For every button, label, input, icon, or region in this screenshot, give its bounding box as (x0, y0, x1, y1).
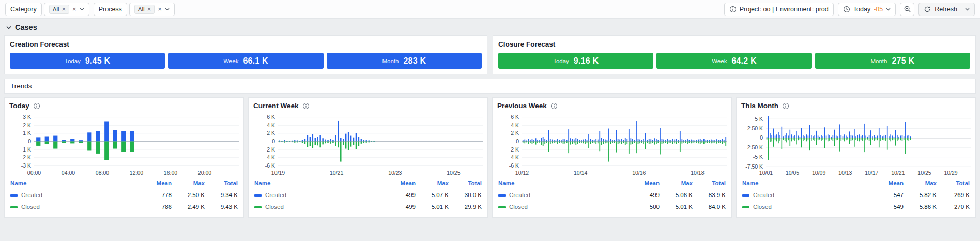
info-icon (729, 6, 737, 13)
svg-text:0: 0 (28, 138, 31, 144)
col-name[interactable]: Name (741, 178, 871, 189)
stat-value: 275 K (892, 56, 914, 66)
series-total: 269 K (938, 189, 971, 201)
svg-text:0: 0 (760, 134, 763, 141)
svg-text:2 K: 2 K (267, 130, 275, 136)
svg-text:2 K: 2 K (511, 130, 519, 136)
svg-text:-2 K: -2 K (509, 146, 519, 153)
clock-icon (843, 6, 850, 13)
creation-forecast-month[interactable]: Month 283 K (327, 53, 482, 69)
col-max[interactable]: Max (417, 178, 450, 189)
info-icon[interactable] (550, 102, 558, 110)
legend-row-created: Created 778 2.50 K 9.34 K (9, 189, 239, 201)
remove-tag-icon[interactable]: × (62, 6, 66, 12)
col-name[interactable]: Name (497, 178, 627, 189)
trend-card-previous-week: Previous Week 6 K4 K2 K0-2 K-4 K-6 K10/1… (492, 97, 732, 218)
col-mean[interactable]: Mean (140, 178, 173, 189)
trend-chart-today: 3 K2 K1 K0-1 K-2 K-3 K00:0004:0008:0012:… (9, 111, 241, 176)
col-mean[interactable]: Mean (627, 178, 661, 189)
legend-table: Name Mean Max Total Created 778 2.50 K 9… (9, 178, 239, 213)
trend-cards-row: Today 3 K2 K1 K0-1 K-2 K-3 K00:0004:0008… (0, 94, 980, 222)
refresh-dropdown-icon[interactable] (965, 8, 970, 11)
col-name[interactable]: Name (253, 178, 384, 189)
clear-filter-icon[interactable]: × (72, 6, 76, 12)
chevron-down-icon (886, 8, 891, 11)
svg-text:-1 K: -1 K (21, 146, 31, 153)
trend-chart-previous-week: 6 K4 K2 K0-2 K-4 K-6 K10/1210/1410/1610/… (497, 111, 729, 176)
cases-section-header[interactable]: Cases (0, 19, 980, 35)
legend-table: Name Mean Max Total Created 547 5.82 K 2… (741, 178, 971, 213)
stat-value: 283 K (403, 56, 426, 66)
forecast-stats: Today 9.16 K Week 64.2 K Month 275 K (498, 53, 970, 69)
stat-value: 9.16 K (574, 56, 599, 66)
legend-header-row: Name Mean Max Total (497, 178, 727, 189)
series-total: 9.34 K (206, 189, 239, 201)
process-filter-select[interactable]: All × × (129, 3, 175, 16)
clear-filter-icon[interactable]: × (158, 6, 162, 12)
col-max[interactable]: Max (661, 178, 694, 189)
info-icon[interactable] (302, 102, 310, 110)
col-mean[interactable]: Mean (871, 178, 905, 189)
svg-text:00:00: 00:00 (27, 170, 41, 176)
series-mean: 499 (627, 189, 661, 201)
category-filter-label: Category (5, 3, 42, 16)
trend-card-title: Current Week (253, 102, 299, 110)
time-range-label: Today (853, 6, 870, 13)
stat-label: Month (382, 58, 399, 64)
legend-row-closed: Closed 786 2.49 K 9.43 K (9, 201, 239, 213)
closure-forecast-panel: Closure Forecast Today 9.16 K Week 64.2 … (493, 35, 976, 74)
series-mean: 500 (627, 201, 661, 213)
time-range-button[interactable]: Today -05 (838, 3, 896, 16)
closure-forecast-week[interactable]: Week 64.2 K (656, 53, 811, 69)
closure-forecast-today[interactable]: Today 9.16 K (498, 53, 653, 69)
trend-card-today: Today 3 K2 K1 K0-1 K-2 K-3 K00:0004:0008… (4, 97, 244, 218)
series-swatch (254, 206, 262, 208)
creation-forecast-today[interactable]: Today 9.45 K (10, 53, 165, 69)
svg-text:0: 0 (272, 138, 275, 144)
svg-text:-6 K: -6 K (265, 162, 275, 169)
col-max[interactable]: Max (905, 178, 938, 189)
closure-forecast-month[interactable]: Month 275 K (815, 53, 970, 69)
legend-row-created: Created 547 5.82 K 269 K (741, 189, 971, 201)
series-swatch (10, 206, 18, 208)
stat-label: Today (65, 58, 81, 64)
process-filter-label: Process (94, 3, 127, 16)
col-total[interactable]: Total (206, 178, 239, 189)
category-filter-tag: All × (49, 5, 69, 14)
series-mean: 547 (871, 189, 905, 201)
zoom-out-button[interactable] (900, 3, 914, 16)
trend-chart-current-week: 6 K4 K2 K0-2 K-4 K-6 K10/1910/2110/2310/… (253, 111, 485, 176)
svg-text:10/29: 10/29 (944, 170, 957, 176)
refresh-button[interactable]: Refresh (918, 3, 975, 16)
trends-header: Trends (4, 79, 976, 94)
panel-title: Creation Forecast (10, 40, 482, 48)
svg-text:-2.50 K: -2.50 K (745, 144, 763, 150)
forecast-row: Creation Forecast Today 9.45 K Week 66.1… (0, 35, 980, 74)
col-name[interactable]: Name (9, 178, 140, 189)
info-icon[interactable] (782, 102, 789, 110)
series-swatch (742, 194, 749, 197)
svg-text:2 K: 2 K (23, 122, 31, 128)
series-max: 2.49 K (173, 201, 206, 213)
col-total[interactable]: Total (938, 178, 971, 189)
col-total[interactable]: Total (450, 178, 483, 189)
col-mean[interactable]: Mean (384, 178, 417, 189)
stat-label: Today (553, 58, 569, 64)
svg-text:-2 K: -2 K (21, 154, 31, 160)
series-swatch (498, 206, 506, 208)
category-filter-select[interactable]: All × × (44, 3, 89, 16)
series-max: 5.06 K (661, 189, 694, 201)
series-total: 30.0 K (450, 189, 483, 201)
info-icon[interactable] (33, 102, 40, 110)
svg-text:08:00: 08:00 (96, 170, 109, 176)
series-swatch (254, 194, 262, 197)
col-max[interactable]: Max (173, 178, 206, 189)
svg-text:0: 0 (516, 138, 519, 144)
series-name: Closed (21, 204, 40, 210)
col-total[interactable]: Total (694, 178, 727, 189)
creation-forecast-week[interactable]: Week 66.1 K (168, 53, 323, 69)
svg-text:10/21: 10/21 (891, 170, 905, 176)
svg-text:10/05: 10/05 (786, 170, 799, 176)
remove-tag-icon[interactable]: × (147, 6, 151, 12)
toolbar: Category All × × Process All × × (0, 0, 980, 19)
